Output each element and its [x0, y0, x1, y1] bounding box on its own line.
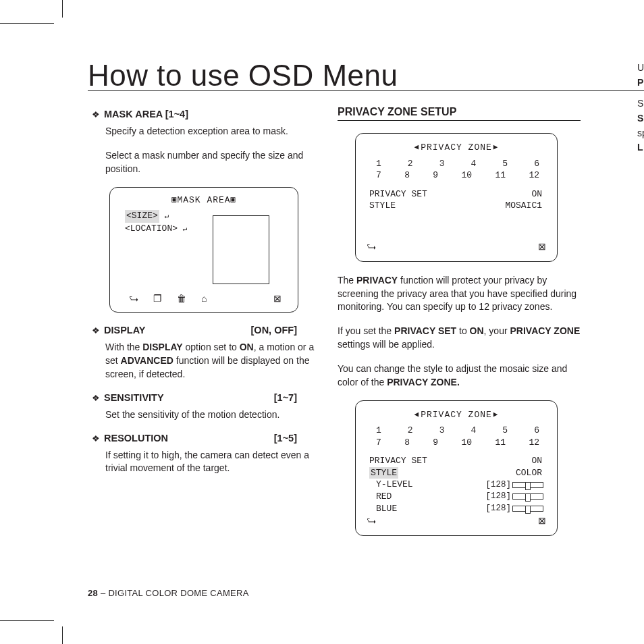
resolution-value: [1~5]: [274, 433, 317, 444]
mask-osd-title: MASK AREA: [177, 194, 230, 207]
slider-icon: [512, 482, 543, 488]
close-icon: ⊠: [538, 240, 546, 253]
mask-area-text-2: Select a mask number and specify the siz…: [105, 149, 317, 176]
close-icon: ⊠: [273, 292, 281, 305]
mask-area-label: MASK AREA [1~4]: [104, 109, 188, 119]
page-title: How to use OSD Menu: [88, 61, 644, 91]
page-content: How to use OSD Menu ❖ MASK AREA [1~4] Sp…: [88, 61, 644, 548]
style-label-shaded: STYLE: [369, 467, 398, 479]
footer-text: DIGITAL COLOR DOME CAMERA: [108, 588, 248, 598]
trash-icon: 🗑: [177, 292, 186, 305]
style-row-2: STYLE COLOR: [367, 467, 546, 479]
red-row: RED [128]: [367, 491, 546, 503]
sensitivity-text: Set the sensitivity of the motion detect…: [105, 408, 317, 422]
cutoff-text: S: [637, 111, 644, 126]
cutoff-text: sp: [637, 126, 644, 141]
resolution-text: If setting it to high, the camera can de…: [105, 449, 317, 476]
slider-icon: [512, 493, 543, 500]
return-icon: ⮑: [367, 514, 376, 527]
diamond-bullet-icon: ❖: [92, 433, 100, 444]
blue-row: BLUE [128]: [367, 503, 546, 515]
privacy-osd2-title: PRIVACY ZONE: [421, 409, 492, 421]
diamond-bullet-icon: ❖: [92, 109, 100, 119]
privacy-osd-box-2: ◀ PRIVACY ZONE ▶ 123456 789101112 PRIVAC…: [355, 400, 558, 536]
triangle-left-icon: ◀: [413, 142, 421, 153]
cutoff-column: U P S S sp L: [637, 61, 644, 155]
mask-area-text-1: Specify a detection exception area to ma…: [105, 125, 317, 138]
square-stop-icon: ▣: [231, 196, 236, 204]
right-column: PRIVACY ZONE SETUP ◀ PRIVACY ZONE ▶ 1 2 …: [338, 106, 581, 548]
display-label: DISPLAY: [104, 325, 146, 336]
sensitivity-label: SENSITIVITY: [104, 392, 164, 403]
zone-numbers-row-b: 7 8 9 10 11 12: [367, 169, 546, 182]
two-column-layout: ❖ MASK AREA [1~4] Specify a detection ex…: [88, 106, 644, 548]
triangle-right-icon: ▶: [492, 142, 500, 153]
privacy-osd2-title-row: ◀ PRIVACY ZONE ▶: [367, 409, 546, 421]
mask-osd-title-row: ▣ MASK AREA ▣: [119, 194, 288, 207]
privacy-osd-bottom-bar: ⮑ ⊠: [367, 240, 546, 253]
cutoff-text: P: [637, 76, 644, 90]
privacy-set-row-2: PRIVACY SET ON: [367, 455, 546, 467]
page-number: 28: [88, 588, 98, 598]
privacy-set-row: PRIVACY SET ON: [367, 188, 546, 200]
mask-area-heading: ❖ MASK AREA [1~4]: [88, 109, 317, 119]
resolution-heading: ❖ RESOLUTION [1~5]: [88, 433, 317, 444]
zone-numbers2-row-b: 789101112: [367, 437, 546, 449]
mask-location-label: <LOCATION>: [125, 223, 178, 234]
y-level-row: Y-LEVEL [128]: [367, 479, 546, 491]
mask-area-osd-box: ▣ MASK AREA ▣ <SIZE> ↵ <LOCATION> ↵: [109, 187, 298, 313]
return-icon: ⮑: [129, 292, 138, 305]
triangle-left-icon: ◀: [413, 410, 421, 420]
left-column: ❖ MASK AREA [1~4] Specify a detection ex…: [88, 106, 317, 548]
privacy-osd-title-row: ◀ PRIVACY ZONE ▶: [367, 142, 546, 154]
sensitivity-heading: ❖ SENSITIVITY [1~7]: [88, 392, 317, 403]
zone-numbers-row-a: 1 2 3 4 5 6: [367, 158, 546, 170]
mask-osd-bottom-bar: ⮑ ❐ 🗑 ⌂ ⊠: [119, 292, 288, 308]
mask-size-label: <SIZE>: [125, 210, 159, 223]
slider-icon: [512, 506, 543, 512]
zone-numbers2-row-a: 123456: [367, 425, 546, 437]
style-row: STYLE MOSAIC1: [367, 200, 546, 212]
display-value: [ON, OFF]: [251, 325, 317, 336]
mask-preview-rect: [213, 215, 269, 284]
enter-icon: ↵: [165, 212, 169, 220]
page-icon: ❐: [153, 292, 162, 305]
diamond-bullet-icon: ❖: [92, 393, 100, 403]
home-icon: ⌂: [201, 292, 207, 305]
privacy-paragraph-3: You can change the style to adjust the m…: [338, 363, 581, 390]
return-icon: ⮑: [367, 240, 376, 253]
sensitivity-value: [1~7]: [274, 392, 317, 403]
cutoff-text: U: [637, 61, 644, 76]
privacy-paragraph-1: The PRIVACY function will protect your p…: [338, 274, 581, 315]
privacy-osd2-bottom-bar: ⮑ ⊠: [367, 514, 546, 527]
diamond-bullet-icon: ❖: [92, 325, 100, 336]
privacy-paragraph-2: If you set the PRIVACY SET to ON, your P…: [338, 325, 581, 352]
display-heading: ❖ DISPLAY [ON, OFF]: [88, 325, 317, 336]
enter-icon: ↵: [183, 225, 188, 233]
privacy-section-heading: PRIVACY ZONE SETUP: [338, 106, 581, 121]
privacy-osd-title: PRIVACY ZONE: [421, 142, 492, 154]
resolution-label: RESOLUTION: [104, 433, 168, 444]
cutoff-text: L: [637, 140, 644, 155]
square-stop-icon: ▣: [171, 196, 177, 204]
page-footer: 28 – DIGITAL COLOR DOME CAMERA: [88, 588, 249, 598]
close-icon: ⊠: [538, 514, 546, 527]
cutoff-text: S: [637, 97, 644, 111]
triangle-right-icon: ▶: [492, 410, 500, 420]
mask-location-label-row: <LOCATION> ↵: [125, 223, 187, 236]
privacy-osd-box-1: ◀ PRIVACY ZONE ▶ 1 2 3 4 5 6 7 8 9: [355, 133, 558, 262]
display-text: With the DISPLAY option set to ON, a mot…: [105, 341, 317, 381]
mask-size-label-row: <SIZE> ↵: [125, 210, 187, 223]
